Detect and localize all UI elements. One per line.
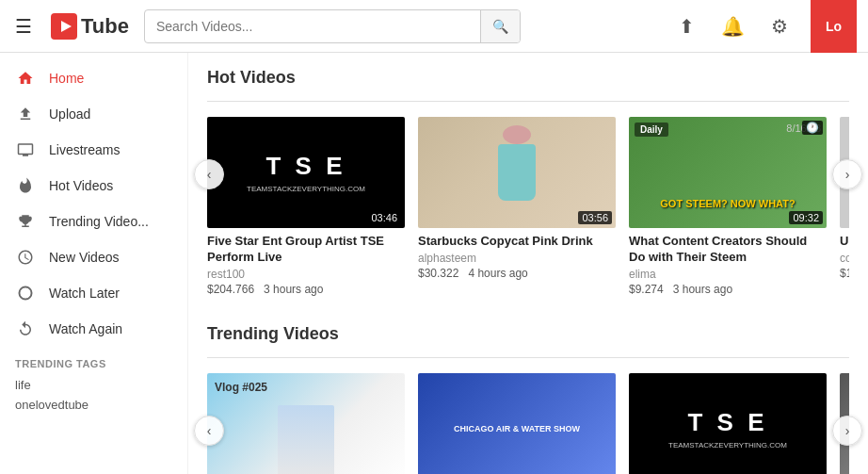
duration-v2: 03:56	[578, 211, 612, 224]
sidebar: Home Upload Livestreams Hot Videos Trend…	[0, 53, 188, 474]
hot-videos-section: Hot Videos ‹ T S E TEAMSTACKZEVERYTHING.…	[207, 68, 849, 302]
sidebar-label-trending: Trending Video...	[49, 214, 149, 229]
main-layout: Home Upload Livestreams Hot Videos Trend…	[0, 53, 868, 474]
hamburger-button[interactable]: ☰	[11, 11, 36, 41]
trending-divider	[207, 357, 849, 358]
sidebar-item-home[interactable]: Home	[0, 60, 187, 96]
vlog-person	[278, 405, 334, 474]
video-channel-v3: elima	[629, 268, 827, 281]
tse-label-v1: T S E	[265, 152, 346, 181]
trending-videos-title: Trending Videos	[207, 324, 849, 344]
video-title-v3: What Content Creators Should Do with The…	[629, 234, 827, 266]
new-videos-icon	[15, 249, 36, 266]
upload-icon	[15, 106, 36, 123]
sidebar-item-trending-videos[interactable]: Trending Video...	[0, 204, 187, 239]
hot-videos-title: Hot Videos	[207, 68, 849, 88]
sidebar-label-livestreams: Livestreams	[49, 142, 120, 157]
video-card-v4[interactable]: Un... co... $15.	[840, 117, 849, 302]
search-bar: 🔍	[144, 9, 521, 43]
svg-point-2	[20, 287, 31, 299]
trending-card-t2[interactable]: CHICAGO AIR & WATER SHOW	[418, 373, 616, 474]
sidebar-label-home: Home	[49, 71, 84, 86]
sidebar-label-watch-later: Watch Later	[49, 286, 120, 301]
video-info-v2: Starbucks Copycat Pink Drink alphasteem …	[418, 228, 616, 286]
chicago-text: CHICAGO AIR & WATER SHOW	[454, 424, 580, 433]
hot-videos-divider	[207, 101, 849, 102]
trending-thumb-t2: CHICAGO AIR & WATER SHOW	[418, 373, 616, 474]
video-value-v2: $30.322	[418, 267, 458, 280]
login-button[interactable]: Lo	[811, 0, 857, 53]
video-time-v2: 4 hours ago	[468, 267, 527, 280]
trending-next-button[interactable]: ›	[832, 416, 862, 446]
logo-text: Tube	[81, 14, 129, 39]
trending-tags-title: TRENDING TAGS	[0, 347, 187, 375]
video-card-v3[interactable]: Daily 8/16/18 GOT STEEM? NOW WHAT? 09:32…	[629, 117, 827, 302]
video-info-v4: Un... co... $15.	[840, 228, 849, 286]
sidebar-item-livestreams[interactable]: Livestreams	[0, 132, 187, 168]
tse2-label: T S E	[687, 408, 767, 437]
trending-prev-button[interactable]: ‹	[194, 416, 224, 446]
notification-button[interactable]: 🔔	[717, 11, 748, 41]
settings-button[interactable]: ⚙	[767, 11, 792, 41]
video-channel-v4: co...	[840, 252, 849, 265]
trending-thumb-t1: Vlog #025	[207, 373, 405, 474]
vlog-label: Vlog #025	[215, 381, 267, 394]
clock-badge-v3: 🕐	[802, 121, 823, 135]
video-meta-v3: $9.274 3 hours ago	[629, 283, 827, 296]
video-card-v1[interactable]: T S E TEAMSTACKZEVERYTHING.COM 03:46 Fiv…	[207, 117, 405, 302]
trending-card-t1[interactable]: Vlog #025	[207, 373, 405, 474]
sidebar-item-hot-videos[interactable]: Hot Videos	[0, 168, 187, 204]
sidebar-label-hot-videos: Hot Videos	[49, 178, 113, 193]
duration-v1: 03:46	[367, 211, 401, 224]
trending-videos-row-wrapper: ‹ Vlog #025 CHICAGO AIR & WATER SHOW	[207, 373, 849, 474]
sidebar-item-watch-again[interactable]: Watch Again	[0, 311, 187, 347]
video-channel-v1: rest100	[207, 268, 405, 281]
header: ☰ Tube 🔍 ⬆ 🔔 ⚙ Lo	[0, 0, 868, 53]
hot-videos-icon	[15, 177, 36, 194]
livestreams-icon	[15, 141, 36, 158]
sidebar-item-new-videos[interactable]: New Videos	[0, 239, 187, 275]
trending-card-t3[interactable]: T S E TEAMSTACKZEVERYTHING.COM	[629, 373, 827, 474]
duration-v3: 09:32	[789, 211, 823, 224]
hot-videos-next-button[interactable]: ›	[832, 159, 862, 189]
video-value-v1: $204.766	[207, 283, 254, 296]
video-info-v3: What Content Creators Should Do with The…	[629, 228, 827, 302]
content-area: Hot Videos ‹ T S E TEAMSTACKZEVERYTHING.…	[188, 53, 868, 474]
tag-onelovedtube[interactable]: onelovedtube	[0, 395, 187, 415]
video-value-v3: $9.274	[629, 283, 664, 296]
video-meta-v2: $30.322 4 hours ago	[418, 267, 616, 280]
header-actions: ⬆ 🔔 ⚙ Lo	[675, 0, 857, 53]
trending-icon	[15, 213, 36, 230]
video-info-v1: Five Star Ent Group Artist TSE Perform L…	[207, 228, 405, 302]
sidebar-label-new-videos: New Videos	[49, 250, 119, 265]
sidebar-label-watch-again: Watch Again	[49, 321, 122, 336]
sidebar-item-watch-later[interactable]: Watch Later	[0, 275, 187, 311]
video-title-v2: Starbucks Copycat Pink Drink	[418, 234, 616, 250]
svg-marker-0	[61, 21, 72, 32]
search-button[interactable]: 🔍	[480, 10, 520, 42]
got-steem-text: GOT STEEM? NOW WHAT?	[629, 198, 827, 209]
search-input[interactable]	[145, 19, 480, 34]
video-title-v4: Un...	[840, 234, 849, 250]
video-meta-v4: $15.	[840, 267, 849, 280]
daily-badge: Daily	[635, 123, 668, 137]
trending-thumb-t3: T S E TEAMSTACKZEVERYTHING.COM	[629, 373, 827, 474]
video-title-v1: Five Star Ent Group Artist TSE Perform L…	[207, 234, 405, 266]
hot-videos-row-wrapper: ‹ T S E TEAMSTACKZEVERYTHING.COM 03:46 F…	[207, 117, 849, 302]
trending-videos-section: Trending Videos ‹ Vlog #025 CH	[207, 324, 849, 474]
upload-button[interactable]: ⬆	[675, 11, 699, 41]
tse-url-v1: TEAMSTACKZEVERYTHING.COM	[247, 185, 365, 193]
logo[interactable]: Tube	[51, 13, 129, 40]
home-icon	[15, 70, 36, 87]
video-time-v1: 3 hours ago	[264, 283, 323, 296]
trending-videos-row: Vlog #025 CHICAGO AIR & WATER SHOW T	[207, 373, 849, 474]
video-thumbnail-v2: 03:56	[418, 117, 616, 228]
sidebar-item-upload[interactable]: Upload	[0, 96, 187, 132]
video-channel-v2: alphasteem	[418, 252, 616, 265]
hot-videos-prev-button[interactable]: ‹	[194, 159, 224, 189]
video-meta-v1: $204.766 3 hours ago	[207, 283, 405, 296]
logo-icon	[51, 13, 77, 40]
hot-videos-row: T S E TEAMSTACKZEVERYTHING.COM 03:46 Fiv…	[207, 117, 849, 302]
tag-life[interactable]: life	[0, 375, 187, 395]
video-card-v2[interactable]: 03:56 Starbucks Copycat Pink Drink alpha…	[418, 117, 616, 302]
